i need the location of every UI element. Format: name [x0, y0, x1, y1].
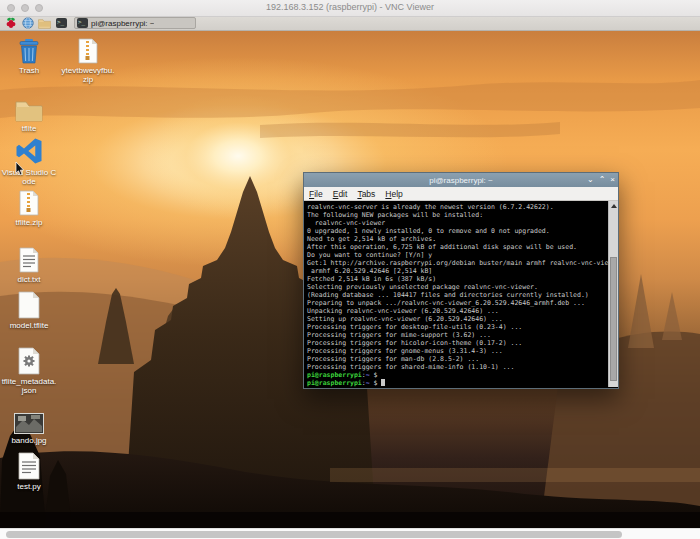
desktop-icon-dict-txt[interactable]: dict.txt [1, 243, 57, 284]
terminal-prompt-line: pi@raspberrypi:~ $ [307, 379, 605, 387]
icon-label: Trash [1, 66, 57, 75]
desktop-icon-model-tflite[interactable]: model.tflite [1, 289, 57, 330]
terminal-title: pi@raspberrypi: ~ [304, 176, 618, 185]
menu-edit[interactable]: Edit [333, 189, 348, 199]
terminal-line: Need to get 2,514 kB of archives. [307, 235, 605, 243]
terminal-line: Preparing to unpack .../realvnc-vnc-view… [307, 299, 605, 307]
terminal-titlebar[interactable]: pi@raspberrypi: ~ ⌄ ⌃ × [304, 173, 618, 187]
icon-label: dict.txt [1, 275, 57, 284]
text-file-icon [1, 243, 57, 273]
terminal-line: Setting up realvnc-vnc-viewer (6.20.529.… [307, 315, 605, 323]
terminal-launcher-icon[interactable] [55, 17, 68, 29]
terminal-line: Do you want to continue? [Y/n] y [307, 251, 605, 259]
horizontal-scrollbar[interactable] [0, 528, 700, 539]
terminal-line: Get:1 http://archive.raspberrypi.org/deb… [307, 259, 605, 267]
json-file-icon [1, 345, 57, 375]
terminal-line: Processing triggers for man-db (2.8.5-2)… [307, 355, 605, 363]
icon-label: bando.jpg [1, 436, 57, 445]
terminal-line: 0 upgraded, 1 newly installed, 0 to remo… [307, 227, 605, 235]
maximize-icon[interactable]: ⌃ [599, 173, 606, 187]
close-icon[interactable]: × [610, 173, 615, 187]
desktop-icon-bando-jpg[interactable]: bando.jpg [1, 404, 57, 445]
terminal-line: After this operation, 6,725 kB of additi… [307, 243, 605, 251]
vnc-viewer-window: 192.168.3.152 (raspberrypi) - VNC Viewer [0, 0, 700, 539]
terminal-content[interactable]: realvnc-vnc-server is already the newest… [304, 201, 618, 387]
taskbar-task-button[interactable]: pi@raspberrypi: ~ [74, 17, 196, 29]
folder-icon [1, 92, 57, 122]
image-thumbnail-icon [1, 404, 57, 434]
zip-file-icon [1, 186, 57, 216]
minimize-icon[interactable]: ⌄ [587, 173, 594, 187]
task-button-label: pi@raspberrypi: ~ [91, 19, 154, 28]
icon-label: Visual Studio Code [1, 168, 57, 186]
terminal-menubar: FileEditTabsHelp [304, 187, 618, 201]
desktop-icon-tflite-zip[interactable]: tflite.zip [1, 186, 57, 227]
terminal-line: Processing triggers for gnome-menus (3.3… [307, 347, 605, 355]
icon-label: model.tflite [1, 321, 57, 330]
menu-file[interactable]: File [309, 189, 323, 199]
terminal-line: Processing triggers for desktop-file-uti… [307, 323, 605, 331]
menu-help[interactable]: Help [385, 189, 402, 199]
terminal-line: Processing triggers for mime-support (3.… [307, 331, 605, 339]
web-browser-icon[interactable] [21, 17, 34, 29]
icon-label: test.py [1, 482, 57, 491]
mac-titlebar[interactable]: 192.168.3.152 (raspberrypi) - VNC Viewer [0, 0, 700, 17]
zip-file-icon [60, 34, 116, 64]
desktop-icon-test-py[interactable]: test.py [1, 450, 57, 491]
icon-label: tflite_metadata.json [1, 377, 57, 395]
file-manager-icon[interactable] [38, 17, 51, 29]
window-title: 192.168.3.152 (raspberrypi) - VNC Viewer [0, 2, 700, 12]
icon-label: ytevtbwevyfbu.zip [60, 66, 116, 84]
terminal-line: Fetched 2,514 kB in 6s (387 kB/s) [307, 275, 605, 283]
text-file-icon [1, 450, 57, 480]
terminal-task-icon [77, 18, 88, 28]
terminal-line: realvnc-vnc-server is already the newest… [307, 203, 605, 211]
trash-icon [1, 34, 57, 64]
terminal-scrollbar[interactable] [608, 201, 618, 387]
terminal-line: The following NEW packages will be insta… [307, 211, 605, 219]
terminal-line: Unpacking realvnc-vnc-viewer (6.20.529.4… [307, 307, 605, 315]
horizontal-scrollbar-thumb[interactable] [6, 531, 622, 538]
vscode-icon [1, 136, 57, 166]
desktop-icon-tflite-metadata-json[interactable]: tflite_metadata.json [1, 345, 57, 395]
menu-tabs[interactable]: Tabs [357, 189, 375, 199]
desktop-icon-trash[interactable]: Trash [1, 34, 57, 75]
terminal-line: armhf 6.20.529.42646 [2,514 kB] [307, 267, 605, 275]
terminal-window: pi@raspberrypi: ~ ⌄ ⌃ × FileEditTabsHelp… [303, 172, 619, 389]
terminal-line: Processing triggers for hicolor-icon-the… [307, 339, 605, 347]
desktop-icon-tflite-folder[interactable]: tflite [1, 92, 57, 133]
mouse-cursor [15, 162, 25, 176]
terminal-line: Selecting previously unselected package … [307, 283, 605, 291]
terminal-line: realvnc-vnc-viewer [307, 219, 605, 227]
file-icon [1, 289, 57, 319]
terminal-prompt-line: pi@raspberrypi:~ $ [307, 371, 605, 379]
icon-label: tflite.zip [1, 218, 57, 227]
desktop-icon-vscode[interactable]: Visual Studio Code [1, 136, 57, 186]
terminal-cursor [381, 379, 385, 386]
terminal-line: (Reading database ... 104417 files and d… [307, 291, 605, 299]
taskbar[interactable]: pi@raspberrypi: ~ [0, 16, 700, 31]
scrollbar-thumb[interactable] [610, 257, 617, 381]
terminal-line: Processing triggers for shared-mime-info… [307, 363, 605, 371]
icon-label: tflite [1, 124, 57, 133]
desktop-icon-ytevtbwevyfbu-zip[interactable]: ytevtbwevyfbu.zip [60, 34, 116, 84]
scroll-up-icon[interactable] [610, 202, 618, 210]
terminal-output: realvnc-vnc-server is already the newest… [307, 203, 605, 387]
raspberry-menu-icon[interactable] [4, 17, 17, 29]
